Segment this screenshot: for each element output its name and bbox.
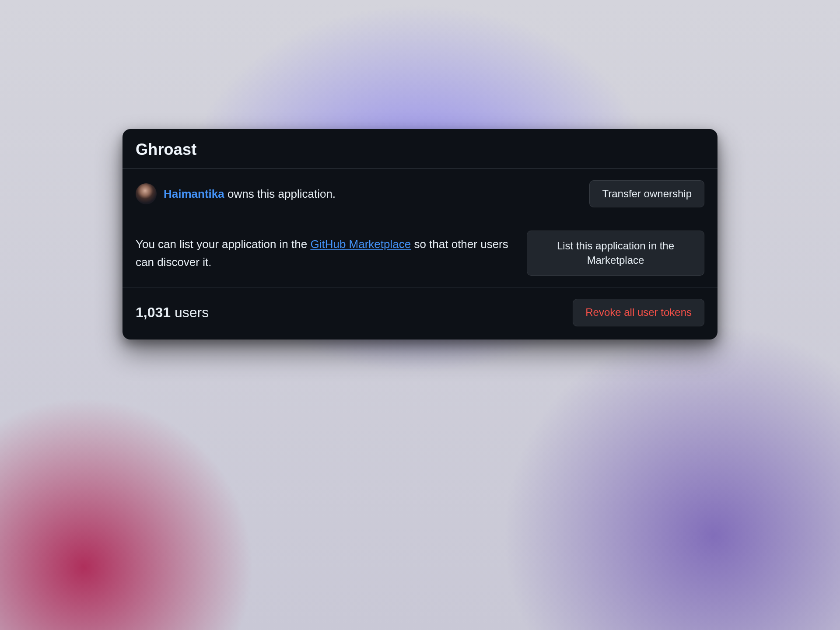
revoke-all-tokens-button[interactable]: Revoke all user tokens	[573, 299, 704, 326]
owner-suffix: owns this application.	[224, 187, 336, 200]
transfer-ownership-button[interactable]: Transfer ownership	[589, 180, 704, 207]
users-label: users	[171, 304, 209, 320]
owner-link[interactable]: Haimantika	[164, 187, 224, 200]
users-row: 1,031 users Revoke all user tokens	[122, 287, 718, 339]
owner-avatar[interactable]	[136, 183, 157, 204]
users-block: 1,031 users	[136, 304, 209, 321]
marketplace-text-before: You can list your application in the	[136, 238, 310, 251]
owner-row: Haimantika owns this application. Transf…	[122, 169, 718, 219]
marketplace-row: You can list your application in the Git…	[122, 219, 718, 287]
card-header: Ghroast	[122, 129, 718, 168]
app-settings-card: Ghroast Haimantika owns this application…	[122, 129, 718, 340]
owner-row-left: Haimantika owns this application.	[136, 183, 579, 204]
app-title: Ghroast	[136, 140, 704, 159]
users-count: 1,031	[136, 304, 171, 320]
marketplace-text: You can list your application in the Git…	[136, 235, 516, 271]
owner-text: Haimantika owns this application.	[164, 186, 336, 202]
github-marketplace-link[interactable]: GitHub Marketplace	[310, 238, 411, 251]
list-in-marketplace-button[interactable]: List this application in the Marketplace	[527, 231, 704, 276]
